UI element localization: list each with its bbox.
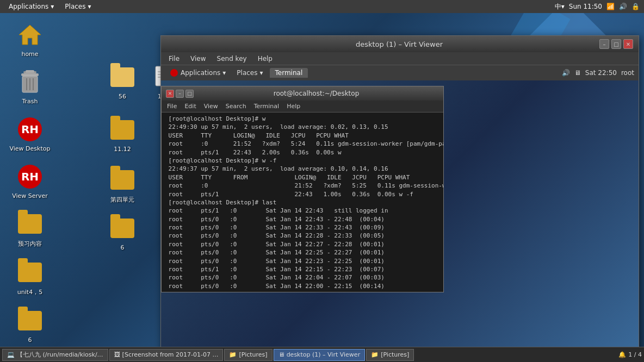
trash-icon-img: [17, 69, 43, 95]
terminal-window: ✕ – □ root@localhost:~/Desktop File Edit…: [161, 86, 444, 292]
view-desktop-label: View Desktop: [8, 145, 52, 153]
page-indicator: 1 / 4: [628, 351, 642, 358]
term-titlebar: ✕ – □ root@localhost:~/Desktop: [162, 86, 443, 101]
term-menu-view[interactable]: View: [201, 102, 221, 110]
virt-minimize-btn[interactable]: –: [599, 39, 609, 49]
screenshot-label: [Screenshot from 2017-01-07 …: [122, 351, 219, 358]
svg-point-13: [170, 69, 178, 77]
file56-label: 56: [117, 92, 128, 101]
home-icon-img: [17, 22, 43, 48]
trash-label: Trash: [20, 97, 39, 105]
applications-menu[interactable]: Applications ▾: [4, 0, 58, 13]
fourth-unit-icon-img: [109, 215, 135, 241]
term-menu-search[interactable]: Search: [222, 102, 250, 110]
virt-menu-view[interactable]: View: [186, 54, 210, 64]
virt-viewer-window: desktop (1) – Virt Viewer – □ ✕ File Vie…: [160, 35, 639, 356]
taskbar-screenshot[interactable]: 🖼 [Screenshot from 2017-01-07 …: [109, 349, 224, 361]
lock-icon: 🔒: [631, 3, 640, 10]
desktop: Applications ▾ Places ▾ 中▾ Sun 11:50 📶 🔊…: [0, 0, 644, 362]
desktop-icon-view-desktop[interactable]: RH View Desktop: [5, 116, 54, 153]
inner-time: Sat 22:50: [585, 69, 617, 77]
pictures2-label: [Pictures]: [381, 351, 409, 358]
inner-terminal-tab[interactable]: Terminal: [270, 68, 308, 78]
virt-content: Applications ▾ Places ▾ Terminal 🔊 🖥 Sat…: [161, 65, 639, 355]
desktop-icon-unit45[interactable]: unit4，5: [5, 259, 54, 297]
home-label: home: [20, 50, 40, 58]
taskbar-virt-viewer[interactable]: 🖥 desktop (1) – Virt Viewer: [274, 349, 366, 361]
inner-user: root: [621, 69, 634, 77]
pictures2-icon: 📁: [371, 351, 379, 358]
places-arrow: ▾: [88, 3, 91, 10]
term-min-btn[interactable]: –: [176, 90, 184, 98]
inner-panel-left: Applications ▾ Places ▾ Terminal: [165, 67, 308, 78]
virt-viewer-taskbar-icon: 🖥: [278, 351, 284, 358]
inner-volume-icon: 🔊: [562, 69, 570, 77]
icon6-icon-img: [17, 308, 43, 334]
term-max-btn[interactable]: □: [185, 90, 194, 98]
taskbar-right: 🔔 1 / 4: [618, 351, 642, 358]
places-label: Places: [65, 3, 85, 10]
view-server-label: View Server: [10, 192, 49, 200]
desktop-icon-rh124[interactable]: 11.12: [98, 117, 147, 153]
taskbar: 💻 【七八九 (/run/media/kiosk/… 🖼 [Screenshot…: [0, 347, 644, 362]
preview-icon-img: [17, 211, 43, 237]
desktop-icon-trash[interactable]: Trash: [5, 69, 54, 105]
svg-rect-2: [26, 70, 34, 73]
term-menu-help[interactable]: Help: [283, 102, 304, 110]
term-close-btn[interactable]: ✕: [166, 90, 174, 98]
svg-marker-0: [19, 25, 41, 45]
virt-viewer-taskbar-label: desktop (1) – Virt Viewer: [287, 351, 361, 358]
kiosk-icon: 💻: [7, 351, 15, 358]
desktop-icon-view-server[interactable]: RH View Server: [5, 164, 54, 200]
applications-label: Applications: [9, 3, 48, 10]
virt-maximize-btn[interactable]: □: [611, 39, 621, 49]
view-desktop-icon-img: RH: [17, 116, 43, 142]
virt-menu-sendkey[interactable]: Send key: [213, 54, 251, 64]
desktop-icon-preview[interactable]: 预习内容: [5, 211, 54, 248]
term-text: [root@localhost Desktop]# w 22:49:30 up …: [165, 115, 440, 292]
desktop-icon-6[interactable]: 6: [5, 308, 54, 344]
top-panel-left: Applications ▾ Places ▾: [4, 0, 96, 13]
virt-titlebar: desktop (1) – Virt Viewer – □ ✕: [161, 36, 639, 52]
term-title-buttons: ✕ – □: [166, 90, 194, 98]
preview-label: 预习内容: [16, 239, 44, 248]
term-title: root@localhost:~/Desktop: [194, 90, 439, 97]
desktop-icon-home[interactable]: home: [5, 22, 54, 58]
taskbar-pictures2[interactable]: 📁 [Pictures]: [366, 349, 414, 361]
inner-apps-icon: [170, 68, 178, 77]
places-menu[interactable]: Places ▾: [60, 0, 95, 13]
term-menu-file[interactable]: File: [164, 102, 180, 110]
kiosk-label: 【七八九 (/run/media/kiosk/…: [17, 351, 103, 359]
virt-title-buttons: – □ ✕: [599, 39, 633, 49]
term-menu-edit[interactable]: Edit: [181, 102, 199, 110]
inner-network-icon: 🖥: [574, 69, 581, 77]
svg-rect-3: [21, 73, 39, 76]
screenshot-icon: 🖼: [114, 351, 120, 358]
pictures1-icon: 📁: [229, 351, 237, 358]
inner-places[interactable]: Places ▾: [232, 68, 267, 78]
top-panel: Applications ▾ Places ▾ 中▾ Sun 11:50 📶 🔊…: [0, 0, 644, 13]
rh124-label: 11.12: [112, 145, 133, 153]
desktop-icon-1112[interactable]: 第四單元: [98, 167, 147, 204]
vm-desktop: ✕ – □ root@localhost:~/Desktop File Edit…: [161, 80, 639, 355]
taskbar-kiosk[interactable]: 💻 【七八九 (/run/media/kiosk/…: [2, 349, 108, 361]
term-content[interactable]: [root@localhost Desktop]# w 22:49:30 up …: [162, 113, 443, 292]
virt-menu-help[interactable]: Help: [253, 54, 277, 64]
fourth-unit-label: 6: [119, 244, 126, 252]
term-menu-terminal[interactable]: Terminal: [251, 102, 283, 110]
inner-panel-right: 🔊 🖥 Sat 22:50 root: [562, 69, 634, 77]
file56-icon-img: [109, 64, 135, 90]
lang-indicator[interactable]: 中▾: [555, 2, 565, 11]
inner-applications[interactable]: Applications ▾: [165, 67, 230, 78]
notify-icon: 🔔: [618, 351, 626, 358]
virt-title: desktop (1) – Virt Viewer: [199, 40, 599, 48]
desktop-icon-fourth-unit[interactable]: 6: [98, 215, 147, 252]
icon6-label: 6: [27, 336, 34, 344]
taskbar-pictures1[interactable]: 📁 [Pictures]: [224, 349, 272, 361]
view-server-icon-img: RH: [17, 164, 43, 190]
unit1112-icon-img: [109, 167, 135, 193]
inner-os-panel: Applications ▾ Places ▾ Terminal 🔊 🖥 Sat…: [161, 65, 639, 80]
virt-menu-file[interactable]: File: [164, 54, 184, 64]
term-menubar: File Edit View Search Terminal Help: [162, 101, 443, 113]
virt-close-btn[interactable]: ✕: [623, 39, 633, 49]
